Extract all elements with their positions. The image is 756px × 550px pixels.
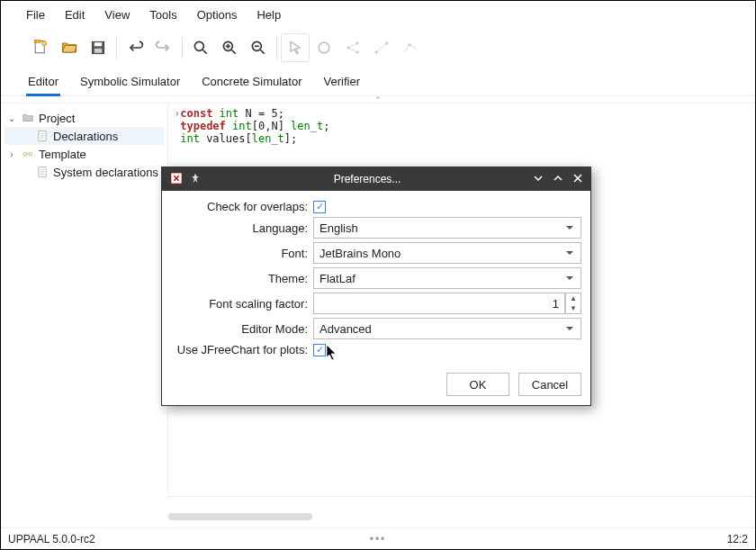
mode-label: Editor Mode: xyxy=(171,322,313,336)
zoom-reset-icon[interactable] xyxy=(186,33,215,62)
svg-point-6 xyxy=(194,41,203,50)
menu-view[interactable]: View xyxy=(104,8,130,22)
language-label: Language: xyxy=(171,221,313,235)
menu-help[interactable]: Help xyxy=(256,8,281,22)
svg-rect-5 xyxy=(94,49,102,53)
scaling-input[interactable]: 1 xyxy=(313,293,565,314)
status-version: UPPAAL 5.0.0-rc2 xyxy=(8,533,95,545)
horizontal-scrollbar[interactable] xyxy=(168,511,744,524)
maximize-icon[interactable] xyxy=(553,173,563,186)
splitter[interactable] xyxy=(168,496,753,497)
kw: int xyxy=(232,120,252,132)
theme-select[interactable]: FlatLaf xyxy=(313,267,581,289)
svg-line-7 xyxy=(203,50,207,54)
toolbar xyxy=(1,30,755,66)
kw: int xyxy=(180,132,200,145)
svg-line-23 xyxy=(376,43,387,52)
tree-label: Project xyxy=(39,112,75,125)
dialog-body: Check for overlaps: ✓ Language: English … xyxy=(162,191,590,405)
menu-tools[interactable]: Tools xyxy=(149,8,176,22)
branch-tool-icon[interactable] xyxy=(338,33,367,62)
main-window: File Edit View Tools Options Help xyxy=(0,0,756,550)
folder-icon xyxy=(21,111,35,125)
project-tree[interactable]: ⌄ Project Declarations › Template System… xyxy=(1,104,168,500)
menu-options[interactable]: Options xyxy=(197,8,238,22)
overlaps-label: Check for overlaps: xyxy=(171,200,313,213)
undo-icon[interactable] xyxy=(121,33,149,62)
svg-point-2 xyxy=(42,41,47,46)
status-position: 12:2 xyxy=(727,533,748,545)
tree-template[interactable]: › Template xyxy=(4,145,164,163)
select-tool-icon[interactable] xyxy=(281,33,310,62)
kw: len_t xyxy=(291,120,323,132)
cancel-button[interactable]: Cancel xyxy=(518,373,581,396)
tab-concrete[interactable]: Concrete Simulator xyxy=(200,71,303,95)
kw: len_t xyxy=(252,132,284,145)
splitter-handle[interactable]: ⌃ xyxy=(1,96,755,104)
tree-system-declarations[interactable]: System declarations xyxy=(4,163,164,181)
tab-editor[interactable]: Editor xyxy=(26,71,60,95)
code-text: ; xyxy=(323,120,329,132)
svg-line-17 xyxy=(348,43,357,48)
toolbar-separator xyxy=(182,37,183,59)
chevron-right-icon[interactable]: › xyxy=(6,149,17,159)
code-text: values[ xyxy=(200,132,252,145)
document-icon xyxy=(35,129,50,143)
redo-icon[interactable] xyxy=(149,33,178,62)
tab-verifier[interactable]: Verifier xyxy=(322,71,362,95)
code-text: [0,N] xyxy=(252,120,291,132)
jfreechart-checkbox[interactable]: ✓ xyxy=(313,344,326,356)
code-text: ]; xyxy=(284,132,297,145)
tree-project[interactable]: ⌄ Project xyxy=(4,109,164,127)
toolbar-separator xyxy=(276,37,277,59)
save-icon[interactable] xyxy=(84,33,112,62)
language-select[interactable]: English xyxy=(313,217,581,239)
kw: typedef xyxy=(180,120,226,132)
close-icon[interactable] xyxy=(572,173,583,186)
kw: int xyxy=(220,107,239,120)
spinner-up-icon[interactable]: ▲ xyxy=(566,293,580,303)
spinner-value: 1 xyxy=(553,297,559,311)
check-icon: ✓ xyxy=(316,202,324,212)
jfreechart-label: Use JFreeChart for plots: xyxy=(171,343,313,356)
zoom-out-icon[interactable] xyxy=(244,33,273,62)
location-tool-icon[interactable] xyxy=(310,33,338,62)
chevron-down-icon[interactable]: ⌄ xyxy=(6,113,17,123)
select-value: FlatLaf xyxy=(320,272,356,285)
edge-tool-icon[interactable] xyxy=(367,33,396,62)
overlaps-checkbox[interactable]: ✓ xyxy=(313,201,326,213)
tree-declarations[interactable]: Declarations xyxy=(4,127,164,145)
svg-rect-4 xyxy=(94,42,102,46)
new-file-icon[interactable] xyxy=(26,33,55,62)
minimize-icon[interactable] xyxy=(533,173,544,186)
zoom-in-icon[interactable] xyxy=(215,33,244,62)
template-icon xyxy=(21,147,35,161)
dialog-titlebar[interactable]: Preferences... xyxy=(162,167,590,191)
preferences-dialog: Preferences... Check for overlaps: ✓ Lan… xyxy=(161,167,591,406)
svg-point-15 xyxy=(319,42,329,53)
cursor-icon xyxy=(326,344,340,362)
font-select[interactable]: JetBrains Mono xyxy=(313,242,581,264)
scaling-spinner[interactable]: 1 ▲ ▼ xyxy=(313,293,581,314)
svg-line-18 xyxy=(348,48,357,52)
tree-label: System declarations xyxy=(53,166,158,179)
menu-edit[interactable]: Edit xyxy=(65,8,85,22)
spinner-down-icon[interactable]: ▼ xyxy=(566,303,580,313)
open-file-icon[interactable] xyxy=(55,33,84,62)
document-icon xyxy=(35,165,50,179)
svg-line-9 xyxy=(232,50,236,54)
tab-symbolic[interactable]: Symbolic Simulator xyxy=(78,71,182,95)
select-value: JetBrains Mono xyxy=(320,247,400,260)
svg-rect-1 xyxy=(34,41,40,43)
menu-file[interactable]: File xyxy=(26,8,45,22)
select-value: Advanced xyxy=(320,322,372,336)
menubar: File Edit View Tools Options Help xyxy=(1,1,755,30)
svg-point-26 xyxy=(409,43,411,46)
kw: const xyxy=(180,107,212,120)
view-tabs: Editor Symbolic Simulator Concrete Simul… xyxy=(1,66,755,96)
ok-button[interactable]: OK xyxy=(446,373,509,396)
drag-handle-icon[interactable]: ••• xyxy=(370,533,387,545)
nail-tool-icon[interactable] xyxy=(396,33,425,62)
pin-icon[interactable] xyxy=(189,172,202,187)
mode-select[interactable]: Advanced xyxy=(313,318,581,339)
